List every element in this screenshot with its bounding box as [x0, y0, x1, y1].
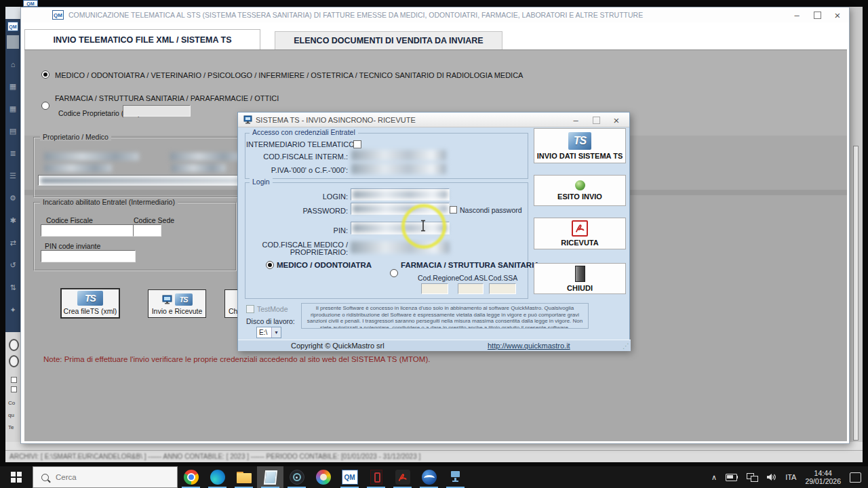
partial-checkbox[interactable]: [11, 377, 17, 383]
invio-dati-sistema-ts-button[interactable]: TS INVIO DATI SISTEMA TS: [534, 128, 626, 163]
taskbar-icon-card-reader[interactable]: [363, 466, 389, 488]
invio-e-ricevute-button[interactable]: TS Invio e Ricevute: [148, 289, 206, 318]
taskbar-icon-active-app[interactable]: [257, 466, 283, 488]
codice-fiscale-input[interactable]: [41, 224, 136, 237]
dialog-radio-farmacia[interactable]: [390, 269, 398, 277]
start-button[interactable]: [0, 466, 33, 488]
dialog-maximize-button[interactable]: [586, 113, 606, 127]
sidebar-glyph-icon[interactable]: ≣: [5, 142, 20, 165]
dialog-radio-farmacia-label: FARMACIA / STRUTTURA SANITARIA: [401, 261, 540, 269]
testmode-checkbox[interactable]: [246, 305, 254, 313]
resize-grip[interactable]: ⋰: [623, 342, 629, 350]
taskbar-icon-paint[interactable]: [310, 466, 336, 488]
crea-filets-button[interactable]: TS Crea fileTS (xml): [60, 288, 120, 319]
sidebar-glyph-icon[interactable]: ⚙: [5, 187, 20, 209]
login-label: LOGIN:: [246, 192, 348, 201]
dialog-close-button[interactable]: ×: [606, 113, 627, 127]
codice-sede-input[interactable]: [133, 224, 161, 237]
taskbar-icon-screen-recorder[interactable]: [283, 466, 310, 488]
cod-asl-input[interactable]: [458, 283, 484, 294]
network-icon[interactable]: [747, 473, 757, 481]
disco-combobox[interactable]: E:\ ▾: [256, 327, 281, 338]
sidebar-glyph-icon[interactable]: ⇅: [5, 277, 20, 299]
quickmastro-link[interactable]: http://www.quickmastro.it: [488, 342, 570, 350]
tray-clock[interactable]: 14:44 29/01/2026: [805, 469, 841, 485]
intermediario-checkbox[interactable]: [353, 140, 361, 148]
tab-invio-telematico[interactable]: INVIO TELEMATICO FILE XML / SISTEMA TS: [24, 29, 260, 49]
main-window-titlebar[interactable]: QM COMUNICAZIONE TELEMATICA AL STS (SIST…: [21, 7, 849, 22]
redacted-text: [170, 152, 241, 161]
sidebar-glyph-icon[interactable]: ▦: [5, 75, 20, 98]
taskbar-icon-acrobat[interactable]: [389, 466, 416, 488]
taskbar-icon-blue-app[interactable]: [416, 466, 442, 488]
codice-proprietario-input[interactable]: [123, 105, 191, 117]
background-bottom-area: ARCHIVI: [ E:\SMART.EUR\CANDELOR&B\ ] --…: [5, 442, 863, 462]
maximize-icon: [593, 117, 600, 124]
taskbar-icon-edge[interactable]: [204, 466, 231, 488]
paint-palette-icon: [316, 470, 331, 485]
nascondi-password-checkbox[interactable]: [450, 206, 457, 214]
background-toolbar-strip: [5, 7, 20, 19]
sidebar-glyph-icon[interactable]: ⇄: [5, 232, 20, 254]
taskbar-icon-quickmastro[interactable]: QM: [336, 466, 363, 488]
button-label: RICEVUTA: [561, 239, 598, 247]
cod-fiscale-interm-field[interactable]: [351, 150, 446, 161]
taskbar-icon-secondary-display[interactable]: [442, 466, 469, 488]
tray-chevron-icon[interactable]: ∧: [711, 473, 717, 482]
piva-field[interactable]: [351, 163, 446, 174]
chiudi-dialog-button[interactable]: CHIUDI: [534, 263, 626, 294]
redacted-text: [44, 152, 139, 161]
pin-inviante-input[interactable]: [41, 250, 136, 262]
background-sidebar-icons[interactable]: ⌂▦▦▤≣☰⚙✱⇄↺⇅✦: [5, 53, 20, 321]
tab-label: ELENCO DOCUMENTI DI VENDITA DA INVIARE: [294, 36, 483, 45]
sidebar-glyph-icon[interactable]: ⌂: [5, 53, 20, 75]
cod-regione-input[interactable]: [421, 283, 448, 294]
sidebar-glyph-icon[interactable]: ▤: [5, 120, 20, 142]
group-proprietario-label: Proprietario / Medico: [40, 133, 111, 141]
note-text: Note: Prima di effettuare l'invio verifi…: [43, 355, 430, 363]
partial-round-button[interactable]: [9, 355, 19, 367]
tab-elenco-documenti[interactable]: ELENCO DOCUMENTI DI VENDITA DA INVIARE: [275, 31, 502, 49]
sidebar-home-button[interactable]: [7, 35, 19, 49]
partial-round-button[interactable]: [9, 339, 19, 351]
taskbar-search[interactable]: [33, 466, 178, 488]
login-field[interactable]: [351, 188, 450, 201]
maximize-button[interactable]: [807, 7, 827, 22]
dialog-minimize-button[interactable]: –: [566, 113, 586, 127]
main-window-title: COMUNICAZIONE TELEMATICA AL STS (SISTEMA…: [68, 11, 643, 19]
taskbar-icon-file-explorer[interactable]: [231, 466, 257, 488]
sidebar-glyph-icon[interactable]: ☰: [5, 165, 20, 187]
notification-icon[interactable]: [850, 472, 861, 483]
scrollbar[interactable]: [853, 146, 859, 441]
partial-checkbox[interactable]: [11, 386, 17, 392]
sidebar-glyph-icon[interactable]: ▦: [5, 98, 20, 120]
pin-inviante-label: PIN code inviante: [45, 242, 100, 250]
radio-farmacia[interactable]: [41, 102, 50, 110]
tray-language[interactable]: ITA: [785, 473, 796, 481]
group-incaricato-entratel: Incaricato abilitato Entratel (Intermedi…: [33, 202, 237, 271]
close-button[interactable]: ×: [827, 7, 848, 22]
redacted-text: [172, 164, 226, 172]
piva-label: P.IVA-'000' o C.F.-'000':: [246, 166, 348, 174]
dialog-titlebar[interactable]: SISTEMA TS - INVIO ASINCRONO- RICEVUTE –…: [238, 113, 629, 127]
cod-ssa-input[interactable]: [489, 283, 516, 294]
minimize-button[interactable]: –: [787, 7, 807, 22]
edge-icon: [210, 470, 225, 485]
taskbar: QM ∧: [0, 466, 868, 488]
cod-fiscale-medico-label: COD.FISCALE MEDICO / PROPRIETARIO:: [246, 241, 348, 256]
radio-medico[interactable]: [41, 70, 50, 79]
esito-invio-button[interactable]: ESITO INVIO: [534, 175, 626, 206]
search-input[interactable]: [54, 472, 159, 482]
speaker-icon[interactable]: [766, 473, 776, 481]
sidebar-glyph-icon[interactable]: ↺: [5, 254, 20, 277]
chrome-icon: [184, 470, 199, 485]
taskbar-icon-chrome[interactable]: [178, 466, 204, 488]
sidebar-glyph-icon[interactable]: ✱: [5, 209, 20, 232]
sidebar-glyph-icon[interactable]: ✦: [5, 299, 20, 321]
battery-icon[interactable]: [726, 474, 738, 481]
main-window-qm-icon: QM: [52, 10, 64, 20]
ricevuta-button[interactable]: RICEVUTA: [534, 218, 626, 249]
dialog-monitor-icon: [243, 115, 253, 125]
dialog-radio-medico[interactable]: [266, 261, 274, 269]
group-login-label: Login: [250, 178, 273, 186]
